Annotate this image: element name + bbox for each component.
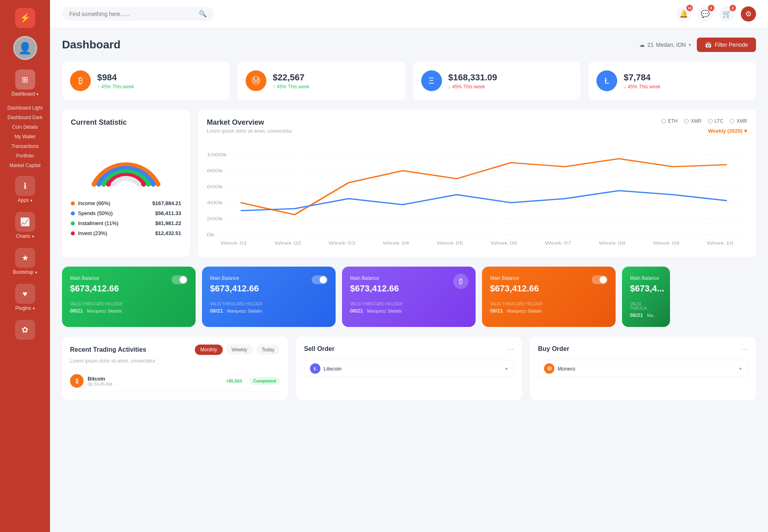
chevron-down-icon: ▾ — [30, 198, 32, 203]
svg-text:Week 01: Week 01 — [220, 241, 247, 246]
current-statistic-title: Current Statistic — [71, 118, 181, 127]
monero-value: $22,567 — [273, 72, 310, 83]
sidebar-item-coin-details[interactable]: Coin Details — [0, 122, 50, 132]
tab-weekly[interactable]: Weekly — [226, 345, 253, 355]
filter-ltc[interactable]: LTC — [708, 118, 724, 124]
sidebar-icon-bootstrap[interactable]: ★ — [15, 248, 35, 268]
notifications-button[interactable]: 🔔 12 — [676, 6, 691, 22]
sell-order-more[interactable]: ⋯ — [507, 345, 514, 353]
monero-icon: Ⓜ — [246, 70, 266, 91]
stat-card-bitcoin: ₿ $984 ↑ 45% This week — [62, 62, 230, 100]
stats-row: ₿ $984 ↑ 45% This week Ⓜ $22,567 ↑ 45% — [62, 62, 756, 100]
sidebar-item-market-capital[interactable]: Market Capital — [0, 161, 50, 170]
search-icon: 🔍 — [199, 10, 207, 18]
filter-xmr2[interactable]: XMR — [730, 118, 747, 124]
sidebar-icon-charts[interactable]: 📈 — [15, 212, 35, 232]
sidebar-submenu-dashboard: Dashboard Light Dashboard Dark Coin Deta… — [0, 103, 50, 170]
filter-xmr[interactable]: XMR — [684, 118, 702, 124]
stat-info-monero: $22,567 ↑ 45% This week — [273, 72, 310, 90]
sidebar-group-apps: ℹ Apps ▾ — [0, 176, 50, 209]
balance-card-2: Main Balance $673,412.66 VALID THRUCARD … — [202, 267, 336, 327]
topbar-right: 🔔 12 💬 6 🛒 2 ⚙ — [676, 6, 756, 22]
trade-time: 06:24:45 AM — [88, 382, 112, 387]
sidebar-item-my-wallet[interactable]: My Wallet — [0, 132, 50, 141]
cloud-icon: ☁ — [639, 42, 645, 48]
search-bar[interactable]: 🔍 — [62, 7, 214, 21]
sidebar-group-charts: 📈 Charts ▾ — [0, 212, 50, 245]
sidebar-item-bootstrap[interactable]: Bootstrap ▾ — [13, 269, 37, 275]
trend-up-icon: ↑ — [97, 84, 100, 90]
trading-header: Recent Trading Activities Monthly Weekly… — [70, 345, 280, 355]
gear-icon: ⚙ — [745, 10, 752, 18]
trading-tabs: Monthly Weekly Today — [195, 345, 280, 355]
buy-coin-selector[interactable]: Ⓜ Monero ▾ — [538, 360, 748, 377]
legend: Income (66%) $167,884.21 Spends (50%)) $… — [71, 200, 181, 236]
settings-button[interactable]: ⚙ — [741, 6, 756, 22]
market-overview-subtitle: Lorem ipsum dolor sit amet, consectetur — [207, 128, 292, 134]
balance-amount-1: $673,412.66 — [70, 283, 188, 294]
chevron-down-icon: ▾ — [35, 270, 37, 275]
balance-footer-4: VALID THRUCARD HOLDER 08/21 Marquezz Sil… — [490, 302, 608, 314]
search-input[interactable] — [69, 11, 195, 17]
tab-monthly[interactable]: Monthly — [195, 345, 223, 355]
svg-text:600k: 600k — [207, 184, 223, 189]
balance-footer-2: VALID THRUCARD HOLDER 08/21 Marquezz Sil… — [210, 302, 328, 314]
legend-installment: Installment (11%) $81,981.22 — [71, 220, 181, 226]
location-info: ☁ 21 Medan, IDN ▾ — [639, 42, 691, 48]
messages-badge: 6 — [708, 5, 714, 11]
sidebar-icon-dashboard[interactable]: ⊞ — [15, 70, 35, 90]
topbar: 🔍 🔔 12 💬 6 🛒 2 ⚙ — [50, 0, 768, 28]
trade-amount: +$5,553 — [226, 379, 242, 383]
filter-periode-button[interactable]: 📅 Filter Periode — [697, 38, 756, 52]
svg-text:Week 07: Week 07 — [545, 241, 572, 246]
sidebar-logo[interactable]: ⚡ — [15, 8, 35, 28]
temperature: 21 — [647, 42, 654, 48]
cart-button[interactable]: 🛒 2 — [719, 6, 734, 22]
period-selector[interactable]: Weekly (2020) ▾ — [708, 127, 747, 135]
sell-coin-selector[interactable]: Ł Litecoin ▾ — [304, 360, 514, 377]
sidebar-icon-apps[interactable]: ℹ — [15, 176, 35, 196]
balance-amount-3: $673,412.66 — [350, 283, 468, 294]
monero-change: ↑ 45% This week — [273, 84, 310, 90]
balance-label-3: Main Balance — [350, 275, 468, 281]
filter-eth[interactable]: ETH — [661, 118, 678, 124]
balance-label-4: Main Balance — [490, 275, 608, 281]
avatar[interactable]: 👤 — [13, 36, 37, 60]
page-header: Dashboard ☁ 21 Medan, IDN ▾ 📅 Filter Per… — [62, 38, 756, 52]
dropdown-chevron: ▾ — [739, 366, 742, 372]
sidebar-icon-extra[interactable]: ✿ — [15, 320, 35, 340]
svg-text:Week 10: Week 10 — [707, 241, 734, 246]
sidebar-item-plugins[interactable]: Plugins ▾ — [15, 305, 34, 311]
sidebar-item-dashboard-dark[interactable]: Dashboard Dark — [0, 113, 50, 122]
sidebar-item-dashboard[interactable]: Dashboard ▾ — [12, 91, 39, 97]
balance-label-5: Main Balance — [630, 275, 662, 281]
radio-xmr2 — [730, 119, 734, 124]
messages-button[interactable]: 💬 6 — [698, 6, 713, 22]
calendar-icon: 📅 — [705, 42, 712, 48]
sidebar-item-apps[interactable]: Apps ▾ — [18, 197, 32, 203]
sidebar-item-dashboard-light[interactable]: Dashboard Light — [0, 103, 50, 113]
radio-xmr — [684, 119, 689, 124]
location-chevron[interactable]: ▾ — [688, 42, 691, 48]
sidebar-group-dashboard: ⊞ Dashboard ▾ Dashboard Light Dashboard … — [0, 70, 50, 173]
sidebar-item-charts[interactable]: Charts ▾ — [16, 233, 34, 239]
recent-trading-card: Recent Trading Activities Monthly Weekly… — [62, 337, 288, 400]
donut-chart — [71, 128, 181, 192]
tab-today[interactable]: Today — [256, 345, 280, 355]
svg-text:0k: 0k — [207, 232, 215, 237]
sidebar-icon-plugins[interactable]: ♥ — [15, 284, 35, 304]
sidebar-group-extra: ✿ — [0, 320, 50, 341]
table-row: ₿ Bitcoin 06:24:45 AM +$5,553 Completed — [70, 370, 280, 392]
sidebar-item-portfolio[interactable]: Portfolio — [0, 151, 50, 161]
trading-title: Recent Trading Activities — [70, 346, 146, 353]
sidebar-item-transactions[interactable]: Transactions — [0, 141, 50, 151]
svg-text:Week 08: Week 08 — [599, 241, 626, 246]
stat-info-litecoin: $7,784 ↓ 45% This week — [624, 72, 660, 90]
ethereum-icon: Ξ — [421, 70, 442, 91]
charts-section: Current Statistic — [62, 110, 756, 257]
buy-order-title: Buy Order — [538, 345, 569, 353]
sidebar-group-plugins: ♥ Plugins ▾ — [0, 284, 50, 317]
buy-order-more[interactable]: ⋯ — [741, 345, 748, 353]
market-overview-card: Market Overview Lorem ipsum dolor sit am… — [198, 110, 756, 257]
line-chart: 1000k 800k 600k 400k 200k 0k Week 01 Wee… — [207, 147, 747, 248]
